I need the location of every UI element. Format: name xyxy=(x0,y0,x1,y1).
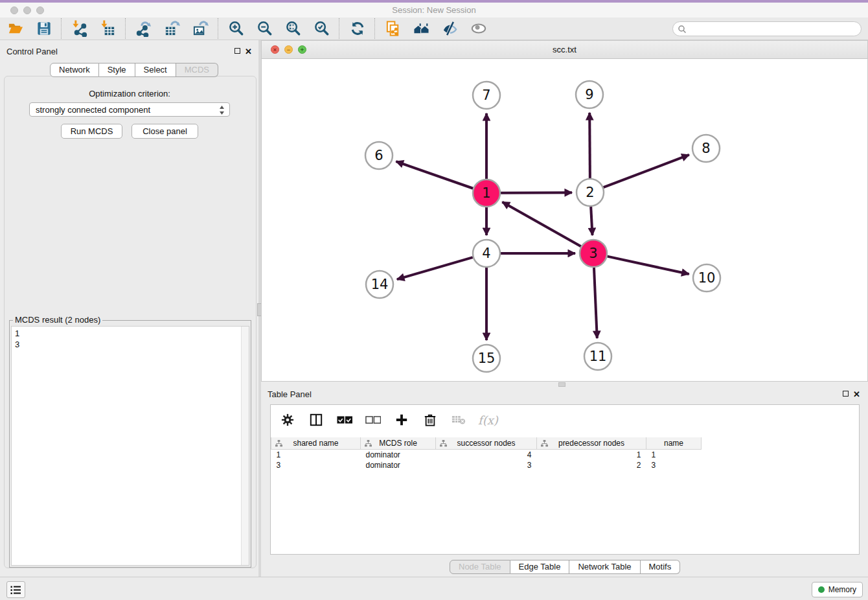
tab-style[interactable]: Style xyxy=(99,63,135,77)
close-panel-button[interactable]: Close panel xyxy=(131,124,198,139)
delete-table-icon[interactable] xyxy=(450,411,467,429)
optimization-criterion-dropdown[interactable]: strongly connected component xyxy=(29,102,230,117)
add-column-icon[interactable] xyxy=(393,411,410,429)
tab-motifs[interactable]: Motifs xyxy=(641,560,681,574)
column-header-successor-nodes[interactable]: successor nodes xyxy=(436,437,537,450)
cell-name[interactable]: 3 xyxy=(646,460,702,470)
zoom-fit-icon[interactable] xyxy=(284,20,302,38)
edge-2-9[interactable] xyxy=(589,113,590,178)
cell-name[interactable]: 1 xyxy=(646,450,702,461)
toolbar-separator xyxy=(339,18,340,39)
splitter-handle[interactable] xyxy=(558,382,565,387)
cell-successor-nodes[interactable]: 4 xyxy=(436,450,537,461)
edge-4-14[interactable] xyxy=(397,257,473,279)
node-label-6: 6 xyxy=(374,148,383,163)
edge-1-6[interactable] xyxy=(396,161,473,189)
tab-network-table[interactable]: Network Table xyxy=(569,560,640,574)
birdseye-icon[interactable] xyxy=(470,20,487,38)
table-row[interactable]: 1dominator411 xyxy=(271,450,702,461)
zoom-out-icon[interactable] xyxy=(256,20,273,38)
export-table-icon[interactable] xyxy=(163,20,181,38)
node-label-8: 8 xyxy=(702,141,710,156)
save-session-icon[interactable] xyxy=(35,20,52,38)
tab-select[interactable]: Select xyxy=(135,63,176,77)
node-label-11: 11 xyxy=(589,349,607,364)
edge-1-2[interactable] xyxy=(501,192,572,193)
tab-node-table[interactable]: Node Table xyxy=(450,560,510,574)
zoom-selected-icon[interactable] xyxy=(313,20,330,38)
delete-column-icon[interactable] xyxy=(421,411,439,429)
table-row[interactable]: 3dominator323 xyxy=(271,460,702,470)
control-panel-close-icon[interactable]: ✕ xyxy=(245,48,252,55)
network-graph-canvas[interactable]: 7968124314101511 xyxy=(262,59,867,381)
mcds-result-title: MCDS result (2 nodes) xyxy=(13,315,102,325)
table-panel-float-icon[interactable] xyxy=(843,391,849,397)
cell-MCDS-role[interactable]: dominator xyxy=(361,450,436,461)
column-header-shared-name[interactable]: shared name xyxy=(271,437,361,450)
deselect-all-checkboxes-icon[interactable] xyxy=(364,411,382,429)
network-window-title: scc.txt xyxy=(262,45,867,54)
export-network-icon[interactable] xyxy=(135,20,152,38)
result-scrollbar[interactable] xyxy=(241,327,249,565)
open-session-icon[interactable] xyxy=(6,20,24,38)
function-builder-icon[interactable]: f(x) xyxy=(478,413,498,427)
memory-button[interactable]: Memory xyxy=(812,582,863,597)
cell-shared-name[interactable]: 1 xyxy=(271,450,361,461)
cell-shared-name[interactable]: 3 xyxy=(271,460,361,470)
table-panel-close-icon[interactable]: ✕ xyxy=(853,391,860,398)
task-history-button[interactable] xyxy=(6,581,25,598)
list-icon xyxy=(10,585,21,595)
mcds-result-text: 1 3 xyxy=(15,328,19,350)
node-label-10: 10 xyxy=(698,270,716,286)
zoom-in-icon[interactable] xyxy=(227,20,245,38)
import-network-icon[interactable] xyxy=(71,20,88,38)
mcds-result-textarea[interactable]: 1 3 xyxy=(11,326,249,566)
cell-successor-nodes[interactable]: 3 xyxy=(436,460,537,470)
import-table-icon[interactable] xyxy=(99,20,117,38)
column-header-name[interactable]: name xyxy=(646,437,702,450)
home-icon[interactable] xyxy=(413,20,430,38)
node-label-2: 2 xyxy=(586,185,594,200)
column-header-MCDS-role[interactable]: MCDS role xyxy=(361,437,436,450)
node-label-7: 7 xyxy=(482,87,490,103)
node-label-1: 1 xyxy=(482,185,490,201)
toolbar-separator xyxy=(125,18,126,39)
table-panel-title: Table Panel xyxy=(268,389,312,399)
run-mcds-button[interactable]: Run MCDS xyxy=(61,124,122,139)
toolbar-separator xyxy=(218,18,219,39)
memory-label: Memory xyxy=(828,585,856,594)
edge-3-10[interactable] xyxy=(607,257,689,274)
cell-predecessor-nodes[interactable]: 1 xyxy=(537,450,646,461)
select-all-checkboxes-icon[interactable] xyxy=(336,411,353,429)
tab-network[interactable]: Network xyxy=(50,63,99,77)
export-image-icon[interactable] xyxy=(192,20,209,38)
edge-3-1[interactable] xyxy=(502,202,580,246)
search-input[interactable] xyxy=(687,24,851,34)
network-view-window: × − + scc.txt 7968124314101511 xyxy=(261,40,868,382)
column-header-predecessor-nodes[interactable]: predecessor nodes xyxy=(537,437,646,450)
attribute-icon xyxy=(275,440,282,447)
control-panel-float-icon[interactable] xyxy=(234,48,240,54)
settings-gear-icon[interactable] xyxy=(279,411,296,429)
cell-predecessor-nodes[interactable]: 2 xyxy=(537,460,646,470)
window-title: Session: New Session xyxy=(0,5,868,15)
network-window-titlebar[interactable]: × − + scc.txt xyxy=(262,41,867,59)
control-panel-tabs: NetworkStyleSelectMCDS xyxy=(50,63,218,77)
duplicate-network-icon[interactable] xyxy=(384,20,402,38)
node-label-9: 9 xyxy=(585,87,593,102)
tab-mcds[interactable]: MCDS xyxy=(176,63,218,77)
column-selector-icon[interactable] xyxy=(307,411,325,429)
node-table[interactable]: shared nameMCDS rolesuccessor nodesprede… xyxy=(271,437,702,470)
refresh-icon[interactable] xyxy=(348,20,366,38)
memory-status-icon xyxy=(818,586,825,593)
attribute-icon xyxy=(541,440,548,447)
edge-3-11[interactable] xyxy=(594,268,597,338)
search-field[interactable] xyxy=(672,21,862,36)
node-label-14: 14 xyxy=(371,277,389,292)
tab-edge-table[interactable]: Edge Table xyxy=(510,560,570,574)
edge-2-8[interactable] xyxy=(604,155,689,187)
hide-details-icon[interactable] xyxy=(441,20,459,38)
edge-2-3[interactable] xyxy=(591,207,592,235)
horizontal-splitter[interactable] xyxy=(261,382,868,386)
cell-MCDS-role[interactable]: dominator xyxy=(361,460,436,470)
